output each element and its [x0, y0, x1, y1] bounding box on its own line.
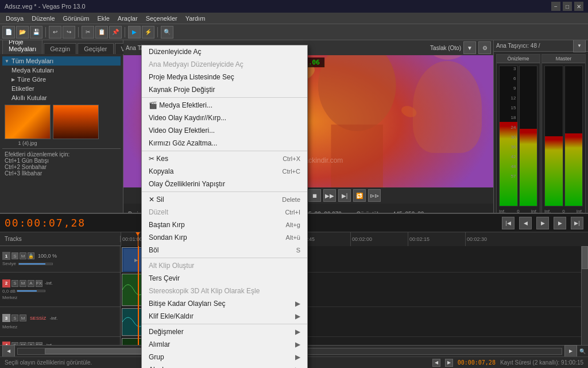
- ctx-duzenleyicide-ac[interactable]: Düzenleyicide Aç: [142, 45, 307, 58]
- ctx-kopyala[interactable]: Kopyala Ctrl+C: [142, 165, 307, 178]
- menu-ekle[interactable]: Ekle: [94, 14, 113, 23]
- tl-zoom-icon: 🔍: [579, 348, 586, 354]
- status-next-btn[interactable]: ▶: [445, 359, 453, 367]
- right-panel-header: Ana Taşıyıcı: 48 / ▼: [494, 40, 588, 52]
- menu-araclar[interactable]: Araçlar: [114, 14, 141, 23]
- ctx-ozel-yapistir[interactable]: Olay Özelliklerini Yapıştır: [142, 178, 307, 190]
- open-button[interactable]: 📂: [16, 26, 29, 39]
- track-num-2: 2: [2, 279, 10, 288]
- tl-prev[interactable]: ◀: [519, 217, 532, 229]
- right-panel-btn[interactable]: ▼: [573, 40, 586, 52]
- save-button[interactable]: 💾: [30, 26, 42, 39]
- loop-button[interactable]: 🔁: [353, 189, 366, 202]
- media-tree: ▼ Tüm Medyaları Medya Kutuları ▶ Türe Gö…: [0, 54, 123, 224]
- menu-dosya[interactable]: Dosya: [2, 14, 27, 23]
- ctx-ters-cevir[interactable]: Ters Çevir: [142, 272, 307, 285]
- thumb-item-1[interactable]: 1 (4).jpg: [5, 105, 51, 146]
- ctx-bitise[interactable]: Bitişe Kadar Olayları Seç ▶: [142, 297, 307, 310]
- cut-tool[interactable]: ✂: [82, 26, 94, 39]
- thumb-image-2: [53, 105, 99, 139]
- ctx-medya-efektleri[interactable]: 🎬 Medya Efektleri...: [142, 99, 307, 112]
- paste-tool[interactable]: 📌: [109, 26, 122, 39]
- ctx-bastan-kirp[interactable]: Baştan Kırp Alt+g: [142, 218, 307, 231]
- tree-item-tum-medyalari[interactable]: ▼ Tüm Medyaları: [2, 56, 121, 66]
- tl-next-btn[interactable]: ▶: [564, 345, 577, 358]
- thumb-item-2[interactable]: [53, 105, 99, 146]
- next-frame-button[interactable]: ▶▶: [323, 189, 336, 202]
- preview-settings-btn[interactable]: ▼: [463, 41, 476, 54]
- minimize-button[interactable]: −: [551, 2, 560, 11]
- ctx-video-kaydır[interactable]: Video Olay Kaydır//Kırp...: [142, 112, 307, 124]
- ctx-stereo[interactable]: Stereoskopik 3D Alt Klip Olarak Eşle: [142, 285, 307, 297]
- ctx-duzelt[interactable]: Düzelt Ctrl+I: [142, 206, 307, 218]
- new-button[interactable]: 📄: [2, 26, 15, 39]
- tl-prev-btn[interactable]: ◀: [2, 345, 15, 358]
- tree-label: Akıllı Kutular: [11, 94, 47, 101]
- track-automation-2[interactable]: A: [28, 280, 34, 287]
- track-mute-1[interactable]: S: [11, 252, 18, 259]
- ruler-mark-5: 00:02:00: [350, 232, 372, 246]
- track-solo-1[interactable]: M: [20, 252, 26, 259]
- ctx-klif[interactable]: Klif Ekle/Kaldır ▶: [142, 310, 307, 323]
- track-fx-2[interactable]: FX: [36, 280, 42, 287]
- ctx-proje-medya[interactable]: Proje Medya Listesinde Seç: [142, 71, 307, 83]
- tl-go-end[interactable]: ▶|: [571, 217, 583, 229]
- extra-play-btn[interactable]: ⊳⊳: [368, 189, 381, 202]
- copy-tool[interactable]: 📋: [95, 26, 108, 39]
- master-tab[interactable]: Master: [542, 55, 585, 63]
- ctx-akislar[interactable]: Akışlar ▶: [142, 363, 307, 368]
- playhead[interactable]: [138, 232, 138, 246]
- ctx-alt-klip[interactable]: Alt Klip Oluştur: [142, 259, 307, 272]
- tab-proje-medyalari[interactable]: Proje Medyaları: [2, 40, 42, 54]
- ctx-kaynak[interactable]: Kaynak Proje Değiştir: [142, 83, 307, 96]
- track-fader-1[interactable]: [18, 263, 53, 265]
- timeline-scrollbar-v[interactable]: [581, 246, 588, 345]
- ctx-label: Klif Ekle/Kaldır: [149, 312, 194, 320]
- tl-play[interactable]: ▶: [536, 217, 549, 229]
- track-solo-2[interactable]: M: [20, 280, 26, 287]
- ctx-sil[interactable]: ✕ Sil Delete: [142, 193, 307, 206]
- ctx-kırmızı-goz[interactable]: Kırmızı Göz Azaltma...: [142, 137, 307, 150]
- render-button[interactable]: ▶: [128, 26, 141, 39]
- maximize-button[interactable]: □: [563, 2, 572, 11]
- menu-yardim[interactable]: Yardım: [182, 14, 209, 23]
- tl-go-start[interactable]: |◀: [502, 217, 514, 229]
- menu-duzenle[interactable]: Düzenle: [28, 14, 58, 23]
- tab-gecisler[interactable]: Geçişler: [78, 43, 113, 54]
- track-lock-1[interactable]: 🔒: [28, 252, 34, 259]
- tree-item-etiketler[interactable]: Etiketler: [2, 84, 121, 93]
- ctx-arrow-akis: ▶: [295, 366, 300, 368]
- tree-item-medya-kutulari[interactable]: Medya Kutuları: [2, 66, 121, 75]
- track-mute-2[interactable]: S: [11, 280, 18, 287]
- ctx-grup[interactable]: Grup ▶: [142, 351, 307, 363]
- menu-gorunum[interactable]: Görünüm: [60, 14, 93, 23]
- preview-tab[interactable]: Önizleme: [497, 55, 540, 63]
- go-end-button[interactable]: ▶|: [338, 189, 351, 202]
- redo-button[interactable]: ↪: [63, 26, 75, 39]
- zoom-in[interactable]: 🔍: [161, 26, 173, 39]
- ctx-degismeler[interactable]: Değişmeler ▶: [142, 325, 307, 338]
- ctx-label: Düzenleyicide Aç: [149, 48, 201, 56]
- close-button[interactable]: ✕: [574, 2, 583, 11]
- tl-next[interactable]: ▶: [554, 217, 566, 229]
- undo-button[interactable]: ↩: [49, 26, 61, 39]
- scrollbar-thumb-v[interactable]: [582, 246, 588, 269]
- track-extra-1: Seviye: [2, 261, 118, 266]
- tree-item-akilli-kutular[interactable]: Akıllı Kutular: [2, 93, 121, 102]
- ctx-kes[interactable]: ✂ Kes Ctrl+X: [142, 152, 307, 165]
- stop-button[interactable]: ⏹: [308, 189, 321, 202]
- track-mute-3[interactable]: S: [11, 315, 18, 321]
- status-prev-btn[interactable]: ◀: [432, 359, 440, 367]
- track-fader-2[interactable]: [17, 290, 45, 292]
- tree-item-ture-gore[interactable]: ▶ Türe Göre: [2, 75, 121, 84]
- ctx-ana-medyayi[interactable]: Ana Medyayı Düzenleyicide Aç: [142, 58, 307, 71]
- ctx-sondan-kirp[interactable]: Sondan Kırp Alt+ü: [142, 231, 307, 244]
- menu-secenekler[interactable]: Seçenekler: [142, 14, 181, 23]
- preview-tb-btn[interactable]: ⚙: [478, 41, 491, 54]
- split-button[interactable]: ⚡: [142, 26, 154, 39]
- ctx-video-efektleri[interactable]: Video Olay Efektleri...: [142, 124, 307, 137]
- ctx-bol[interactable]: Böl S: [142, 244, 307, 256]
- track-solo-3[interactable]: M: [20, 315, 26, 321]
- tab-gezgin[interactable]: Gezgin: [44, 43, 76, 54]
- ctx-alimlar[interactable]: Alımlar ▶: [142, 338, 307, 351]
